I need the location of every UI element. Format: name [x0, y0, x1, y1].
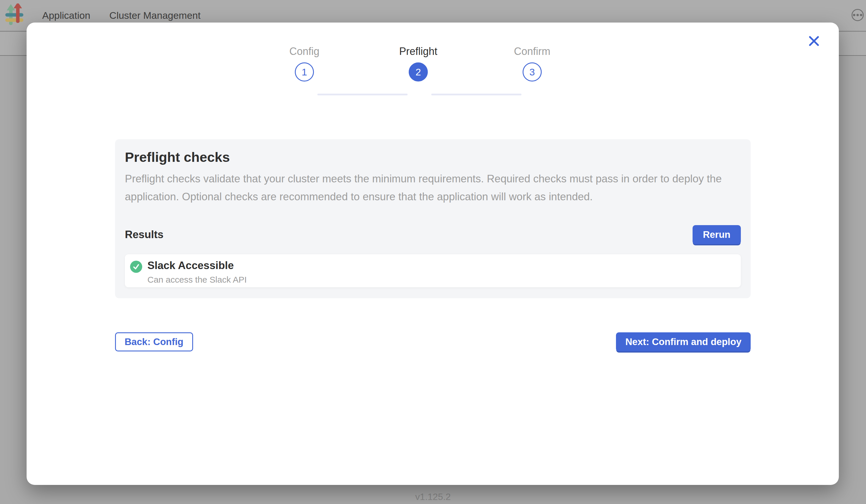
step-connector — [431, 94, 521, 96]
step-preflight: Preflight 2 — [381, 45, 456, 81]
step-label: Confirm — [514, 45, 550, 58]
ellipsis-menu-icon[interactable] — [852, 9, 864, 21]
step-connector — [318, 94, 408, 96]
step-circle-2: 2 — [409, 63, 428, 81]
check-icon — [130, 261, 142, 273]
step-config: Config 1 — [267, 45, 342, 81]
step-circle-3: 3 — [523, 63, 542, 81]
rerun-button[interactable]: Rerun — [692, 225, 741, 244]
version-label: v1.125.2 — [0, 492, 866, 502]
back-button[interactable]: Back: Config — [115, 332, 193, 351]
step-label: Preflight — [399, 45, 437, 58]
close-button[interactable] — [806, 33, 822, 49]
panel-title: Preflight checks — [125, 149, 741, 165]
preflight-panel: Preflight checks Preflight checks valida… — [115, 139, 751, 298]
close-icon — [809, 36, 819, 46]
preflight-result-row: Slack Accessible Can access the Slack AP… — [125, 254, 741, 287]
step-circle-1: 1 — [295, 63, 314, 81]
results-heading: Results — [125, 228, 164, 241]
panel-description: Preflight checks validate that your clus… — [125, 170, 728, 206]
result-detail: Can access the Slack API — [147, 275, 247, 285]
step-label: Config — [289, 45, 319, 58]
preflight-modal: Config 1 Preflight 2 Confirm 3 Preflight… — [26, 23, 839, 485]
app-logo-icon — [4, 3, 25, 28]
result-title: Slack Accessible — [147, 259, 247, 272]
next-button[interactable]: Next: Confirm and deploy — [616, 332, 751, 351]
wizard-stepper: Config 1 Preflight 2 Confirm 3 — [295, 45, 542, 104]
step-confirm: Confirm 3 — [495, 45, 570, 81]
